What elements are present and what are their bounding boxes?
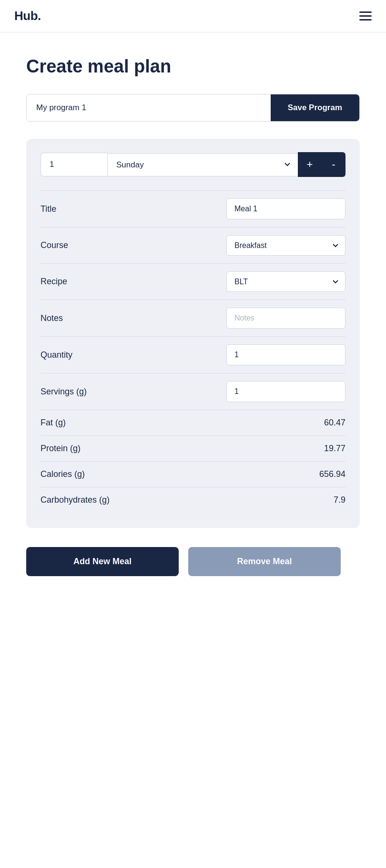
course-select[interactable]: Breakfast Lunch Dinner Snack xyxy=(226,235,345,256)
protein-value: 19.77 xyxy=(324,444,345,454)
carbohydrates-row: Carbohydrates (g) 7.9 xyxy=(41,487,345,513)
recipe-select[interactable]: BLT xyxy=(226,271,345,292)
program-row: Save Program xyxy=(26,94,360,122)
day-row: Sunday Monday Tuesday Wednesday Thursday… xyxy=(41,152,345,177)
notes-row: Notes xyxy=(41,300,345,336)
header: Hub. xyxy=(0,0,386,32)
program-name-input[interactable] xyxy=(27,94,271,121)
calories-value: 656.94 xyxy=(319,469,345,479)
save-program-button[interactable]: Save Program xyxy=(271,94,359,121)
servings-label: Servings (g) xyxy=(41,387,87,397)
title-row: Title xyxy=(41,190,345,227)
page-title: Create meal plan xyxy=(26,56,360,77)
carbohydrates-value: 7.9 xyxy=(334,495,345,505)
carbohydrates-label: Carbohydrates (g) xyxy=(41,495,110,505)
menu-bar-1 xyxy=(359,11,372,13)
day-number-input[interactable] xyxy=(41,153,107,176)
bottom-buttons: Add New Meal Remove Meal xyxy=(26,547,360,576)
protein-label: Protein (g) xyxy=(41,444,81,454)
fat-row: Fat (g) 60.47 xyxy=(41,410,345,435)
servings-row: Servings (g) xyxy=(41,373,345,410)
title-input[interactable] xyxy=(226,198,345,219)
servings-input[interactable] xyxy=(226,381,345,402)
add-new-meal-button[interactable]: Add New Meal xyxy=(26,547,179,576)
calories-label: Calories (g) xyxy=(41,469,85,479)
fat-label: Fat (g) xyxy=(41,418,66,428)
recipe-label: Recipe xyxy=(41,277,67,287)
remove-meal-button[interactable]: Remove Meal xyxy=(188,547,341,576)
day-select[interactable]: Sunday Monday Tuesday Wednesday Thursday… xyxy=(107,153,298,176)
course-row: Course Breakfast Lunch Dinner Snack xyxy=(41,227,345,263)
quantity-label: Quantity xyxy=(41,350,72,360)
menu-bar-3 xyxy=(359,19,372,21)
day-decrement-button[interactable]: - xyxy=(322,152,345,177)
meal-card: Sunday Monday Tuesday Wednesday Thursday… xyxy=(26,139,360,528)
quantity-row: Quantity xyxy=(41,336,345,373)
protein-row: Protein (g) 19.77 xyxy=(41,435,345,461)
notes-input[interactable] xyxy=(226,308,345,329)
menu-icon[interactable] xyxy=(359,11,372,21)
quantity-input[interactable] xyxy=(226,344,345,365)
recipe-row: Recipe BLT xyxy=(41,263,345,300)
course-label: Course xyxy=(41,240,68,250)
menu-bar-2 xyxy=(359,15,372,17)
day-increment-button[interactable]: + xyxy=(298,152,322,177)
logo: Hub. xyxy=(14,9,41,23)
main-content: Create meal plan Save Program Sunday Mon… xyxy=(0,32,386,605)
day-controls: + - xyxy=(298,152,345,177)
notes-label: Notes xyxy=(41,313,63,323)
calories-row: Calories (g) 656.94 xyxy=(41,461,345,487)
fat-value: 60.47 xyxy=(324,418,345,428)
title-label: Title xyxy=(41,204,56,214)
